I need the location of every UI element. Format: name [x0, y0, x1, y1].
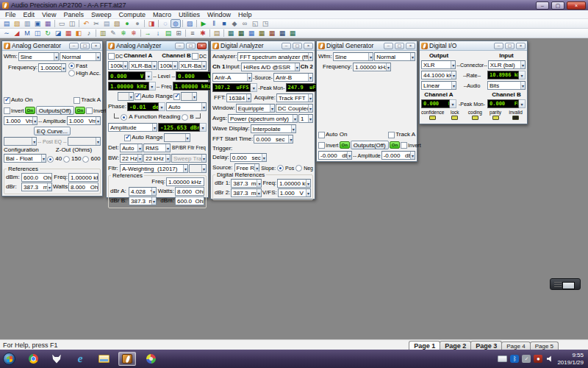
panel-maximize-button[interactable]	[293, 43, 302, 49]
copy-icon[interactable]: ▤	[101, 19, 112, 28]
compute-b-icon[interactable]: ❄	[129, 29, 139, 38]
window-restore-icon[interactable]: ◱	[250, 19, 260, 28]
source-b-select[interactable]: Anlr-B	[273, 73, 313, 82]
tray-volume-icon[interactable]	[545, 355, 554, 363]
amplitude-b-select[interactable]: -0.000 dBFS	[381, 151, 415, 160]
menu-window[interactable]: Window	[204, 11, 234, 18]
peak-mon-a-readout[interactable]: 307.2 uFFS	[212, 83, 251, 92]
wave-display-select[interactable]: Interpolate	[251, 124, 296, 133]
panel-close-button[interactable]	[304, 43, 313, 49]
averaging-select[interactable]: Power (spectrum only)	[228, 114, 298, 123]
input-select[interactable]: HiRes A/D @SSR	[241, 63, 299, 71]
phase-unit-select[interactable]	[159, 102, 165, 111]
high-acc-radio[interactable]	[68, 70, 75, 77]
peak-mon-a-readout[interactable]: 0.000 FFS	[421, 99, 450, 108]
taskbar-internet-explorer-icon[interactable]: e	[71, 352, 89, 366]
bw-low-select[interactable]: 22 Hz	[120, 154, 143, 163]
page-layout-7-icon[interactable]: ▦	[287, 29, 298, 38]
amplitude-b-select[interactable]: 1.000 Vrms	[67, 116, 101, 125]
function-reading-readout[interactable]: -125.653 dBr A	[158, 123, 200, 132]
slope-pos-radio[interactable]	[277, 165, 284, 171]
dbr1-select[interactable]: 387.3 mFFS	[231, 179, 262, 188]
coupling-select[interactable]: DC Coupled	[276, 104, 313, 113]
connect-hardware-icon[interactable]: ◌	[160, 19, 171, 28]
append-sweep-icon[interactable]: ↓	[153, 29, 163, 38]
regulation-icon[interactable]: ≡	[187, 29, 198, 38]
track-a-checkbox[interactable]	[74, 97, 80, 104]
acquire-select[interactable]: Track FFT	[276, 93, 313, 102]
level-b-readout[interactable]: 0.000 V	[176, 71, 213, 80]
z-out-40-radio[interactable]	[47, 156, 54, 163]
dd-panel-icon[interactable]: ◪	[53, 29, 63, 38]
page-tab-page-5[interactable]: Page 5	[530, 342, 559, 350]
panel-close-button[interactable]	[197, 43, 207, 49]
panel-minimize-button[interactable]	[384, 43, 393, 49]
taskbar-audio-precision-icon[interactable]	[118, 352, 136, 366]
peak-mon-b-readout[interactable]: 0.000 FFS	[487, 99, 519, 108]
input-audio-select[interactable]: Bits	[487, 81, 526, 90]
vfs-select[interactable]: 1.000 V	[278, 188, 311, 197]
invert-b-checkbox[interactable]	[401, 142, 407, 149]
menu-macro[interactable]: Macro	[149, 11, 175, 18]
tray-bluetooth-icon[interactable]: ᛒ	[510, 355, 519, 363]
impedance-b-select[interactable]: 100k	[158, 61, 178, 70]
track-a-checkbox[interactable]	[388, 132, 395, 138]
freq-ref-field[interactable]: 1.00000 kHz	[68, 173, 98, 182]
undo-icon[interactable]: ↶	[81, 19, 91, 28]
panel-titlebar[interactable]: Analog Analyzer	[107, 41, 208, 51]
watts-field[interactable]: 8.000 Ohms	[68, 183, 98, 191]
open-test-icon[interactable]: ▧	[12, 19, 22, 28]
panel-titlebar[interactable]: Digital Analyzer	[211, 41, 315, 51]
paste-icon[interactable]: ▧	[112, 19, 122, 28]
panel-minimize-button[interactable]	[175, 43, 184, 49]
data-file-icon[interactable]: ▤	[163, 29, 173, 38]
minimize-button[interactable]	[536, 1, 549, 10]
cut-icon[interactable]: ✂	[91, 19, 101, 28]
level-a-readout[interactable]: 0.000 V	[108, 71, 146, 80]
function-b-radio[interactable]	[182, 114, 188, 121]
new-test-icon[interactable]: ▤	[1, 19, 12, 28]
auto-range-a-checkbox[interactable]	[135, 93, 141, 100]
channel-a-on-button[interactable]: On	[340, 141, 350, 149]
waveform-select[interactable]: Sine	[333, 52, 374, 61]
output-rate-select[interactable]: 44.1000 kHz	[421, 71, 456, 79]
waveform-select[interactable]: Sine	[18, 52, 60, 61]
auto-on-checkbox[interactable]	[4, 97, 10, 104]
outputs-button[interactable]: Outputs(Off)	[351, 141, 389, 149]
page-tab-page-4[interactable]: Page 4	[501, 342, 530, 350]
phase-readout[interactable]: -0.01 deg	[127, 102, 159, 111]
panel-titlebar[interactable]: Digital I/O	[420, 41, 527, 51]
fft-window-select[interactable]: Equiripple	[236, 104, 275, 113]
watts-field[interactable]: 8.000 Ohms	[175, 187, 204, 196]
fft-size-select[interactable]: 16384	[226, 93, 251, 102]
page-tab-page-2[interactable]: Page 2	[440, 341, 471, 350]
data-editor-icon[interactable]: ⊞	[173, 29, 184, 38]
frequency-select[interactable]: 1.00000 kHz	[38, 63, 66, 72]
save-test-icon[interactable]: ▣	[32, 19, 43, 28]
taskbar-foobar-icon[interactable]	[48, 352, 65, 366]
auto-on-checkbox[interactable]	[318, 132, 325, 138]
print-preview-icon[interactable]: ◫	[67, 19, 77, 28]
freq-ref-select[interactable]: 1.00000 kHz	[277, 179, 311, 188]
z-out-150-radio[interactable]	[63, 156, 70, 163]
freq-b-readout[interactable]: 1.00000 kHz	[173, 82, 214, 91]
taskbar-file-explorer-icon[interactable]	[95, 352, 112, 366]
connector-a-select[interactable]: XLR-Bal	[129, 61, 157, 70]
print-icon[interactable]: ▭	[57, 19, 67, 28]
go-sweep-icon[interactable]: →	[143, 29, 153, 38]
freq-a-readout[interactable]: 1.00000 kHz	[108, 82, 149, 91]
barcode-panel-icon[interactable]: ▥	[98, 29, 108, 38]
outputs-button[interactable]: Outputs(Off)	[36, 106, 74, 115]
panel-close-button[interactable]	[406, 43, 415, 49]
analyzer-select[interactable]: FFT spectrum analyzer (fft)	[237, 52, 313, 61]
freq-ref-field[interactable]: 1.00000 kHz	[166, 177, 204, 186]
dbr-b-select[interactable]: 387.3 mV	[129, 197, 157, 205]
menu-utilities[interactable]: Utilities	[175, 11, 204, 18]
save-book-icon[interactable]: ▦	[43, 19, 53, 28]
macro-stop-icon[interactable]: ✱	[198, 29, 208, 38]
level-a-unit-select[interactable]	[146, 71, 152, 80]
menu-panels[interactable]: Panels	[60, 11, 87, 18]
maximize-button[interactable]	[551, 1, 564, 10]
peak-a-unit-select[interactable]	[251, 83, 257, 92]
dbr-a-select[interactable]: 4.028 V	[129, 187, 157, 196]
